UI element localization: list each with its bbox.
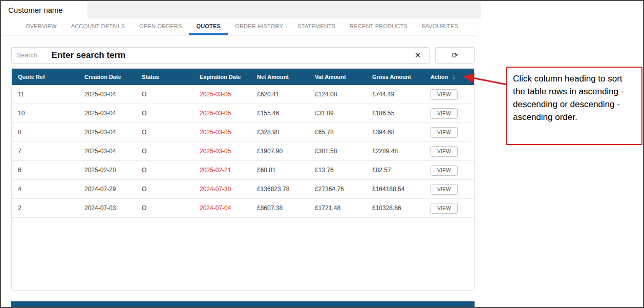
cell-expiration-date: 2025-03-05 xyxy=(194,142,251,161)
view-button[interactable]: VIEW xyxy=(431,165,458,176)
cell-quote-ref: 7 xyxy=(12,142,78,161)
cell-gross-amount: £744.49 xyxy=(366,85,424,104)
cell-quote-ref: 11 xyxy=(12,85,78,104)
table-footer-bar xyxy=(11,301,475,307)
view-button[interactable]: VIEW xyxy=(431,184,458,195)
tab-quotes[interactable]: QUOTES xyxy=(189,18,228,35)
search-row: Search Enter search term ✕ ⟳ xyxy=(11,47,475,64)
cell-gross-amount: £2289.48 xyxy=(366,142,424,161)
cell-net-amount: £620.41 xyxy=(251,85,309,104)
tab-order-history[interactable]: ORDER HISTORY xyxy=(228,18,290,35)
cell-expiration-date: 2025-03-05 xyxy=(194,85,251,104)
table-row: 6 2025-02-20 O 2025-02-21 £68.81 £13.76 … xyxy=(12,161,475,180)
page-title: Customer name xyxy=(8,6,63,14)
search-input[interactable]: Search Enter search term ✕ xyxy=(11,47,430,64)
cell-creation-date: 2025-03-04 xyxy=(78,123,136,142)
cell-action: VIEW xyxy=(424,104,475,123)
refresh-icon: ⟳ xyxy=(452,51,458,59)
tab-open-orders[interactable]: OPEN ORDERS xyxy=(132,18,189,35)
cell-status: O xyxy=(136,123,194,142)
table-row: 8 2025-03-04 O 2025-03-05 £328.90 £65.78… xyxy=(12,123,475,142)
cell-expiration-date: 2025-03-05 xyxy=(194,123,251,142)
search-placeholder: Search xyxy=(17,52,37,59)
column-header-creation-date[interactable]: Creation Date xyxy=(78,69,136,85)
column-header-vat-amount[interactable]: Vat Amount xyxy=(309,69,366,85)
view-button[interactable]: VIEW xyxy=(431,146,458,157)
tab-recent-products[interactable]: RECENT PRODUCTS xyxy=(342,18,415,35)
column-header-expiration-date[interactable]: Expiration Date xyxy=(194,69,251,85)
cell-action: VIEW xyxy=(424,85,475,104)
clear-search-button[interactable]: ✕ xyxy=(411,49,424,62)
cell-action: VIEW xyxy=(424,180,475,199)
cell-net-amount: £68.81 xyxy=(251,161,309,180)
cell-vat-amount: £27364.76 xyxy=(309,180,366,199)
cell-creation-date: 2025-03-04 xyxy=(78,142,136,161)
table-body: 11 2025-03-04 O 2025-03-05 £620.41 £124.… xyxy=(12,85,475,218)
customer-title-tab: Customer name xyxy=(1,1,88,18)
column-header-action[interactable]: Action↓ xyxy=(424,69,475,85)
cell-quote-ref: 2 xyxy=(12,199,78,218)
view-button[interactable]: VIEW xyxy=(431,203,458,214)
column-header-net-amount[interactable]: Net Amount xyxy=(251,69,309,85)
cell-net-amount: £1907.90 xyxy=(251,142,309,161)
sort-descending-icon: ↓ xyxy=(452,73,455,80)
cell-status: O xyxy=(136,142,194,161)
cell-quote-ref: 6 xyxy=(12,161,78,180)
tab-overview[interactable]: OVERVIEW xyxy=(18,18,64,35)
table-header-row: Quote Ref Creation Date Status Expiratio… xyxy=(12,69,475,85)
cell-action: VIEW xyxy=(424,199,475,218)
cell-gross-amount: £394.68 xyxy=(366,123,424,142)
cell-vat-amount: £31.09 xyxy=(309,104,366,123)
cell-status: O xyxy=(136,161,194,180)
table-row: 11 2025-03-04 O 2025-03-05 £620.41 £124.… xyxy=(12,85,475,104)
cell-status: O xyxy=(136,104,194,123)
tab-favourites[interactable]: FAVOURITES xyxy=(415,18,465,35)
cell-quote-ref: 4 xyxy=(12,180,78,199)
table-row: 10 2025-03-04 O 2025-03-05 £155.46 £31.0… xyxy=(12,104,475,123)
cell-gross-amount: £82.57 xyxy=(366,161,424,180)
quotes-table: Quote Ref Creation Date Status Expiratio… xyxy=(12,69,475,218)
cell-expiration-date: 2024-07-30 xyxy=(194,180,251,199)
annotation-text: Click column heading to sort the table r… xyxy=(513,74,624,122)
cell-status: O xyxy=(136,180,194,199)
cell-vat-amount: £65.78 xyxy=(309,123,366,142)
cell-creation-date: 2025-03-04 xyxy=(78,104,136,123)
cell-gross-amount: £10328.86 xyxy=(366,199,424,218)
annotation-callout: Click column heading to sort the table r… xyxy=(506,67,642,145)
view-button[interactable]: VIEW xyxy=(431,89,458,100)
cell-creation-date: 2024-07-29 xyxy=(78,180,136,199)
tab-bar: OVERVIEW ACCOUNT DETAILS OPEN ORDERS QUO… xyxy=(1,18,478,35)
cell-net-amount: £136823.78 xyxy=(251,180,309,199)
view-button[interactable]: VIEW xyxy=(431,127,458,138)
cell-expiration-date: 2025-03-05 xyxy=(194,104,251,123)
table-row: 7 2025-03-04 O 2025-03-05 £1907.90 £381.… xyxy=(12,142,475,161)
cell-action: VIEW xyxy=(424,142,475,161)
app-window: Customer name OVERVIEW ACCOUNT DETAILS O… xyxy=(0,0,644,308)
column-header-quote-ref[interactable]: Quote Ref xyxy=(12,69,78,85)
cell-quote-ref: 8 xyxy=(12,123,78,142)
cell-gross-amount: £186.55 xyxy=(366,104,424,123)
cell-creation-date: 2025-03-04 xyxy=(78,85,136,104)
cell-vat-amount: £124.08 xyxy=(309,85,366,104)
cell-action: VIEW xyxy=(424,123,475,142)
column-header-status[interactable]: Status xyxy=(136,69,194,85)
table-row: 2 2024-07-03 O 2024-07-04 £8607.38 £1721… xyxy=(12,199,475,218)
search-annotation: Enter search term xyxy=(52,50,126,60)
tab-statements[interactable]: STATEMENTS xyxy=(290,18,342,35)
column-header-gross-amount[interactable]: Gross Amount xyxy=(366,69,424,85)
table-row: 4 2024-07-29 O 2024-07-30 £136823.78 £27… xyxy=(12,180,475,199)
cell-creation-date: 2024-07-03 xyxy=(78,199,136,218)
tab-account-details[interactable]: ACCOUNT DETAILS xyxy=(64,18,132,35)
cell-vat-amount: £381.58 xyxy=(309,142,366,161)
cell-vat-amount: £13.76 xyxy=(309,161,366,180)
cell-net-amount: £155.46 xyxy=(251,104,309,123)
cell-quote-ref: 10 xyxy=(12,104,78,123)
quotes-table-container: Quote Ref Creation Date Status Expiratio… xyxy=(11,68,475,291)
cell-action: VIEW xyxy=(424,161,475,180)
cell-gross-amount: £164188.54 xyxy=(366,180,424,199)
cell-vat-amount: £1721.48 xyxy=(309,199,366,218)
refresh-button[interactable]: ⟳ xyxy=(435,47,475,64)
view-button[interactable]: VIEW xyxy=(431,108,458,119)
close-icon: ✕ xyxy=(415,51,421,59)
top-strip: Customer name xyxy=(1,1,481,18)
